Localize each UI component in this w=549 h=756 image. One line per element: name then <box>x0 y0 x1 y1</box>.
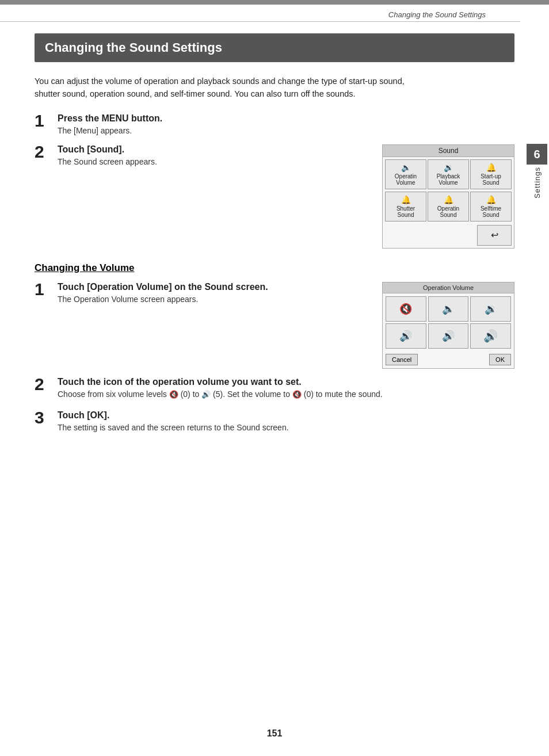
step-1-content: Press the MENU button. The [Menu] appear… <box>58 113 514 139</box>
step-2-title: Touch [Sound]. <box>58 144 371 155</box>
page-header: Changing the Sound Settings <box>0 5 520 22</box>
sound-cell-pb-vol[interactable]: 🔉 PlaybackVolume <box>428 159 469 189</box>
op-vol-cell-4[interactable]: 🔊 <box>428 323 469 349</box>
step-1: 1 Press the MENU button. The [Menu] appe… <box>35 113 514 139</box>
op-vol-icon: 🔈 <box>401 163 411 172</box>
vol-step-1-left: 1 Touch [Operation Volume] on the Sound … <box>35 282 371 313</box>
step-1-title: Press the MENU button. <box>58 113 514 124</box>
step-2-with-image: 2 Touch [Sound]. The Sound screen appear… <box>35 144 514 249</box>
vol-step-3: 3 Touch [OK]. The setting is saved and t… <box>35 410 514 436</box>
selftime-label: SelftimeSound <box>481 205 501 218</box>
vol-step-2-content: Touch the icon of the operation volume y… <box>58 377 514 402</box>
vol-step-3-number: 3 <box>35 408 58 427</box>
intro-text: You can adjust the volume of operation a… <box>35 75 426 101</box>
pb-vol-label: PlaybackVolume <box>437 173 460 186</box>
op-vol-ok-btn[interactable]: OK <box>489 354 511 365</box>
vol-step-1-desc: The Operation Volume screen appears. <box>58 295 371 304</box>
chapter-title: Changing the Sound Settings <box>35 33 514 62</box>
section-volume-heading: Changing the Volume <box>35 262 514 274</box>
vol-icon-5: 🔊 <box>201 390 211 399</box>
op-vol-cell-2[interactable]: 🔉 <box>470 296 511 322</box>
op-vol-buttons: Cancel OK <box>383 352 514 368</box>
sound-cell-selftime[interactable]: 🔔 SelftimeSound <box>470 192 512 222</box>
sound-grid-row2: 🔔 ShutterSound 🔔 OperatinSound 🔔 Selftim… <box>383 192 514 224</box>
vol-step-1: 1 Touch [Operation Volume] on the Sound … <box>35 282 371 307</box>
sidebar-label: Settings <box>533 167 542 198</box>
sound-screen: Sound 🔈 OperatinVolume 🔉 PlaybackVolume … <box>382 144 514 249</box>
op-vol-label: OperatinVolume <box>395 173 417 186</box>
vol-step-2-title: Touch the icon of the operation volume y… <box>58 377 514 387</box>
shutter-icon: 🔔 <box>401 195 411 204</box>
op-sound-label: OperatinSound <box>437 205 459 218</box>
sound-bottom-row: ↩ <box>383 224 514 248</box>
sound-cell-op-vol[interactable]: 🔈 OperatinVolume <box>385 159 426 189</box>
op-vol-screen-widget: Operation Volume 🔇 🔈 🔉 🔊 🔊 🔊 Cancel OK <box>382 282 514 369</box>
vol-step-3-desc: The setting is saved and the screen retu… <box>58 423 514 432</box>
op-vol-cell-0[interactable]: 🔇 <box>386 296 426 322</box>
header-title: Changing the Sound Settings <box>388 10 486 19</box>
top-bar <box>0 0 549 5</box>
op-vol-cell-3[interactable]: 🔊 <box>386 323 426 349</box>
startup-label: Start-upSound <box>481 173 501 186</box>
step-2: 2 Touch [Sound]. The Sound screen appear… <box>35 144 371 170</box>
vol-step-2-desc: Choose from six volume levels 🔇 (0) to 🔊… <box>58 390 514 399</box>
vol-step-3-title: Touch [OK]. <box>58 410 514 421</box>
vol-step-1-title: Touch [Operation Volume] on the Sound sc… <box>58 282 371 292</box>
op-vol-grid-row1: 🔇 🔈 🔉 🔊 🔊 🔊 <box>383 293 514 352</box>
pb-vol-icon: 🔉 <box>444 163 453 172</box>
vol-step-1-content: Touch [Operation Volume] on the Sound sc… <box>58 282 371 307</box>
selftime-icon: 🔔 <box>486 195 496 204</box>
step-2-left: 2 Touch [Sound]. The Sound screen appear… <box>35 144 371 175</box>
step-2-desc: The Sound screen appears. <box>58 157 371 166</box>
step-2-number: 2 <box>35 142 58 161</box>
sound-cell-startup[interactable]: 🔔 Start-upSound <box>470 159 512 189</box>
sound-screen-widget: Sound 🔈 OperatinVolume 🔉 PlaybackVolume … <box>382 144 514 249</box>
content-area: Changing the Sound Settings You can adju… <box>0 22 549 453</box>
vol-step-1-number: 1 <box>35 280 58 299</box>
op-vol-cancel-btn[interactable]: Cancel <box>386 354 418 365</box>
step-1-desc: The [Menu] appears. <box>58 126 514 135</box>
op-vol-cell-1[interactable]: 🔈 <box>428 296 469 322</box>
right-sidebar: 6 Settings <box>525 144 549 198</box>
sound-grid-row1: 🔈 OperatinVolume 🔉 PlaybackVolume 🔔 Star… <box>383 157 514 192</box>
step-2-content: Touch [Sound]. The Sound screen appears. <box>58 144 371 170</box>
vol-step-2-number: 2 <box>35 375 58 394</box>
vol-icon-0: 🔇 <box>169 390 178 399</box>
step-1-number: 1 <box>35 111 58 130</box>
sound-screen-title: Sound <box>383 145 514 157</box>
vol-icon-mute: 🔇 <box>292 390 302 399</box>
vol-step-3-content: Touch [OK]. The setting is saved and the… <box>58 410 514 436</box>
page-number: 151 <box>0 728 549 739</box>
sound-cell-shutter[interactable]: 🔔 ShutterSound <box>385 192 426 222</box>
op-vol-cell-5[interactable]: 🔊 <box>470 323 511 349</box>
op-vol-screen-title: Operation Volume <box>383 282 514 293</box>
vol-step-1-with-image: 1 Touch [Operation Volume] on the Sound … <box>35 282 514 369</box>
shutter-label: ShutterSound <box>396 205 415 218</box>
sound-back-btn[interactable]: ↩ <box>477 225 512 246</box>
startup-icon: 🔔 <box>486 163 496 172</box>
sound-cell-op-sound[interactable]: 🔔 OperatinSound <box>428 192 469 222</box>
vol-step-2: 2 Touch the icon of the operation volume… <box>35 377 514 402</box>
op-sound-icon: 🔔 <box>444 195 453 204</box>
sidebar-number: 6 <box>527 144 547 165</box>
op-vol-screen: Operation Volume 🔇 🔈 🔉 🔊 🔊 🔊 Cancel OK <box>382 282 514 369</box>
